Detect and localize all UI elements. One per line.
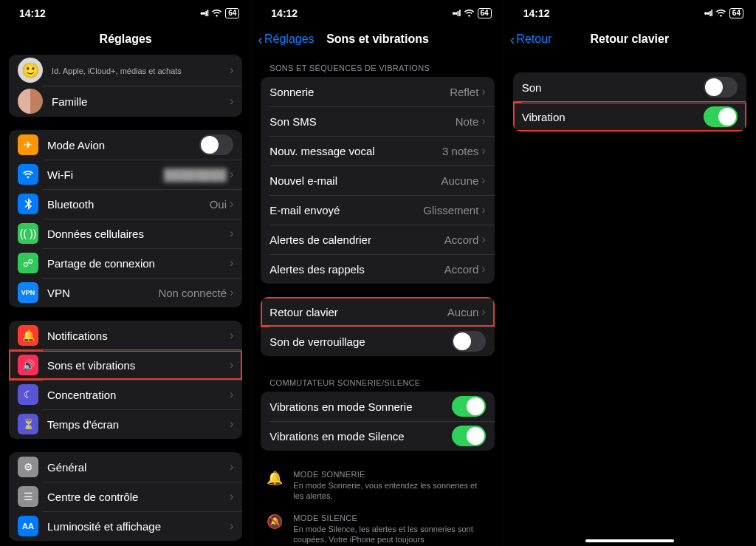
calendar-row[interactable]: Alertes de calendrier Accord › xyxy=(261,225,494,254)
chevron-right-icon: › xyxy=(230,358,233,372)
hotspot-row[interactable]: ☍ Partage de connexion › xyxy=(9,248,242,278)
back-button[interactable]: ‹ Réglages xyxy=(258,33,314,46)
chevron-right-icon: › xyxy=(230,168,233,181)
keyboard-label: Retour clavier xyxy=(269,306,447,318)
profile-label: Id. Apple, iCloud+, médias et achats xyxy=(52,66,230,75)
control-center-row[interactable]: ☰ Centre de contrôle › xyxy=(9,482,242,511)
wifi-icon xyxy=(464,7,475,19)
vibring-label: Vibrations en mode Sonnerie xyxy=(269,400,451,413)
vibration-label: Vibration xyxy=(522,111,704,123)
sentemail-row[interactable]: E-mail envoyé Glissement › xyxy=(261,195,494,225)
airplane-toggle[interactable] xyxy=(199,134,233,155)
vpn-value: Non connecté xyxy=(158,287,227,299)
hotspot-label: Partage de connexion xyxy=(47,257,230,270)
info-title: MODE SONNERIE xyxy=(293,470,488,479)
chevron-right-icon: › xyxy=(230,197,233,211)
avatar: 🙂 xyxy=(18,58,43,83)
lock-label: Son de verrouillage xyxy=(269,335,451,348)
battery-indicator: 64 xyxy=(478,8,492,18)
newemail-row[interactable]: Nouvel e-mail Aucune › xyxy=(261,165,494,195)
vibsilent-label: Vibrations en mode Silence xyxy=(269,430,451,443)
lock-sound-row[interactable]: Son de verrouillage xyxy=(261,327,494,356)
voicemail-row[interactable]: Nouv. message vocal 3 notes › xyxy=(261,136,494,165)
calendar-value: Accord xyxy=(444,233,479,246)
bell-slash-icon: 🔕 xyxy=(267,513,283,545)
profile-row[interactable]: 🙂 Id. Apple, iCloud+, médias et achats › xyxy=(9,55,242,86)
wifi-row[interactable]: Wi-Fi ████████ › xyxy=(9,160,242,189)
back-button[interactable]: ‹ Retour xyxy=(510,33,552,46)
chevron-right-icon: › xyxy=(481,233,485,246)
vibrate-ring-toggle[interactable] xyxy=(452,396,486,417)
status-time: 14:12 xyxy=(19,7,46,19)
reminders-row[interactable]: Alertes des rappels Accord › xyxy=(261,254,494,284)
sounds-row[interactable]: 🔊 Sons et vibrations › xyxy=(9,350,242,380)
section-header: SONS ET SÉQUENCES DE VIBRATIONS xyxy=(252,55,503,77)
airplane-row[interactable]: ✈︎ Mode Avion xyxy=(9,130,242,160)
signal-icon: ••ıl xyxy=(200,8,208,18)
vibration-toggle[interactable] xyxy=(704,106,738,127)
chevron-right-icon: › xyxy=(230,227,233,240)
chevron-right-icon: › xyxy=(230,490,233,503)
bluetooth-icon xyxy=(18,194,38,214)
screentime-row[interactable]: ⏳ Temps d'écran › xyxy=(9,409,242,439)
vibration-row[interactable]: Vibration xyxy=(513,102,746,132)
email-value: Aucune xyxy=(441,174,478,187)
ring-mode-info: 🔔 MODE SONNERIE En mode Sonnerie, vous e… xyxy=(252,464,503,508)
focus-row[interactable]: ☾ Concentration › xyxy=(9,380,242,409)
chevron-right-icon: › xyxy=(481,203,485,216)
signal-icon: ••ıl xyxy=(452,8,460,18)
general-row[interactable]: ⚙︎ Général › xyxy=(9,452,242,482)
status-bar: 14:12 ••ıl 64 xyxy=(0,0,251,24)
chevron-right-icon: › xyxy=(481,115,485,128)
vpn-row[interactable]: VPN VPN Non connecté › xyxy=(9,278,242,307)
brightness-row[interactable]: AA Luminosité et affichage › xyxy=(9,511,242,541)
family-avatar-icon xyxy=(18,89,43,114)
profile-group: 🙂 Id. Apple, iCloud+, médias et achats ›… xyxy=(9,55,242,117)
notifications-row[interactable]: 🔔 Notifications › xyxy=(9,321,242,350)
ringtone-label: Sonnerie xyxy=(269,86,450,98)
control-label: Centre de contrôle xyxy=(47,491,230,503)
ring-silent-group: Vibrations en mode Sonnerie Vibrations e… xyxy=(261,392,494,451)
text-size-icon: AA xyxy=(18,516,38,536)
chevron-right-icon: › xyxy=(481,305,485,318)
cellular-icon: (( )) xyxy=(18,223,38,244)
sms-row[interactable]: Son SMS Note › xyxy=(261,106,494,136)
vibrate-ring-row[interactable]: Vibrations en mode Sonnerie xyxy=(261,392,494,421)
email-label: Nouvel e-mail xyxy=(269,174,441,187)
airplane-icon: ✈︎ xyxy=(18,134,38,155)
keyboard-feedback-row[interactable]: Retour clavier Aucun › xyxy=(261,297,494,327)
sms-label: Son SMS xyxy=(269,115,455,128)
cellular-row[interactable]: (( )) Données cellulaires › xyxy=(9,219,242,248)
screentime-label: Temps d'écran xyxy=(47,418,230,431)
signal-icon: ••ıl xyxy=(704,8,712,18)
sound-toggle[interactable] xyxy=(704,77,738,98)
chevron-right-icon: › xyxy=(230,460,233,474)
bluetooth-value: Oui xyxy=(210,198,227,211)
voicemail-value: 3 notes xyxy=(442,145,478,157)
cellular-label: Données cellulaires xyxy=(47,228,230,240)
sound-row[interactable]: Son xyxy=(513,72,746,102)
status-indicators: ••ıl 64 xyxy=(200,7,239,19)
status-bar: 14:12 ••ıl 64 xyxy=(504,0,755,24)
home-indicator[interactable] xyxy=(585,539,674,542)
vibrate-silent-row[interactable]: Vibrations en mode Silence xyxy=(261,421,494,451)
gear-icon: ⚙︎ xyxy=(18,457,38,477)
family-row[interactable]: Famille › xyxy=(9,86,242,117)
lock-toggle[interactable] xyxy=(452,331,486,352)
bluetooth-row[interactable]: Bluetooth Oui › xyxy=(9,189,242,219)
ringtone-value: Reflet xyxy=(450,86,478,98)
sound-label: Son xyxy=(522,81,704,94)
chevron-right-icon: › xyxy=(230,519,233,533)
chevron-right-icon: › xyxy=(230,329,233,342)
sounds-label: Sons et vibrations xyxy=(47,359,230,372)
bluetooth-label: Bluetooth xyxy=(47,198,210,211)
ringtone-row[interactable]: Sonnerie Reflet › xyxy=(261,77,494,106)
status-time: 14:12 xyxy=(271,7,298,19)
page-title: Retour clavier xyxy=(590,33,669,46)
speaker-icon: 🔊 xyxy=(18,355,38,375)
chevron-right-icon: › xyxy=(230,95,233,108)
vibrate-silent-toggle[interactable] xyxy=(452,426,486,446)
bell-icon: 🔔 xyxy=(267,470,283,502)
settings-root-panel: 14:12 ••ıl 64 Réglages 🙂 Id. Apple, iClo… xyxy=(0,0,252,546)
silent-mode-info: 🔕 MODE SILENCE En mode Silence, les aler… xyxy=(252,508,503,546)
